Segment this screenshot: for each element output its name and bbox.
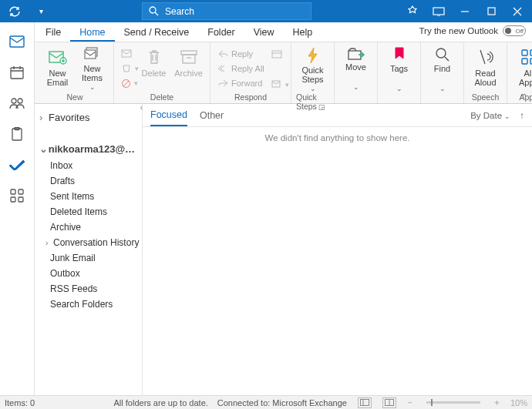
svg-rect-8 — [11, 197, 15, 202]
move-button[interactable]: Move⌄ — [339, 44, 372, 92]
search-input[interactable] — [165, 6, 305, 17]
ribbon-group-tags: Tags⌄ — [378, 42, 421, 103]
ribbon-group-respond: Reply Reply All Forward ▾ Respond — [210, 42, 291, 103]
folder-archive[interactable]: Archive — [35, 220, 142, 235]
folder-deleted-items[interactable]: Deleted Items — [35, 204, 142, 220]
junk-button[interactable]: ▾ — [119, 76, 136, 90]
reply-all-button[interactable]: Reply All — [215, 62, 268, 75]
sync-icon[interactable] — [5, 5, 25, 18]
menu-send-receive[interactable]: Send / Receive — [115, 24, 199, 42]
menu-view[interactable]: View — [244, 24, 284, 42]
status-bar: Items: 0 All folders are up to date. Con… — [0, 395, 532, 409]
svg-rect-20 — [183, 55, 195, 63]
archive-button[interactable]: Archive — [172, 44, 205, 92]
view-normal-icon[interactable] — [358, 397, 372, 408]
ribbon-group-new: New Email New Items⌄ New — [36, 42, 114, 103]
zoom-minus[interactable]: － — [406, 397, 414, 408]
delete-button[interactable]: Delete — [137, 44, 170, 92]
ribbon-collapse-icon[interactable]: ⌃ — [521, 92, 527, 101]
rail-more-apps[interactable] — [0, 183, 34, 209]
view-reading-icon[interactable] — [382, 397, 396, 408]
ribbon-group-delete: ▾ ▾ Delete Archive Delete — [114, 42, 210, 103]
rail-calendar[interactable] — [0, 59, 34, 85]
svg-rect-16 — [85, 50, 96, 59]
ribbon-group-apps: All Apps Apps — [507, 42, 532, 103]
folder-rss-feeds[interactable]: RSS Feeds — [35, 281, 142, 297]
reply-button[interactable]: Reply — [215, 47, 268, 61]
svg-rect-19 — [181, 51, 197, 55]
coming-soon-icon[interactable] — [399, 0, 426, 22]
rail-mail[interactable] — [0, 28, 34, 55]
new-items-button[interactable]: New Items⌄ — [76, 44, 109, 92]
folder-pane: ‹ ›Favorites ⌄nikkoarma123@o... Inbox Dr… — [35, 104, 143, 395]
folder-search-folders[interactable]: Search Folders — [35, 297, 142, 312]
rail-tasks[interactable] — [0, 121, 34, 147]
meeting-button[interactable] — [269, 47, 286, 61]
ribbon-group-new-label: New — [66, 92, 82, 103]
folder-drafts[interactable]: Drafts — [35, 173, 142, 189]
tab-focused[interactable]: Focused — [150, 105, 187, 126]
search-box[interactable] — [142, 2, 311, 20]
svg-rect-7 — [19, 189, 23, 194]
title-bar: ▾ — [0, 0, 532, 22]
folder-outbox[interactable]: Outbox — [35, 266, 142, 281]
ribbon-group-quicksteps-label: Quick Steps — [296, 92, 317, 111]
quick-steps-button[interactable]: Quick Steps⌄ — [296, 44, 329, 92]
menu-folder[interactable]: Folder — [198, 24, 244, 42]
svg-rect-0 — [10, 36, 24, 47]
close-button[interactable] — [504, 0, 530, 22]
svg-rect-1 — [11, 68, 23, 79]
zoom-slider[interactable] — [426, 401, 480, 404]
status-sync: All folders are up to date. — [114, 398, 208, 407]
folder-junk-email[interactable]: Junk Email — [35, 250, 142, 266]
sort-by-date[interactable]: By Date ⌄ — [470, 111, 510, 120]
menu-help[interactable]: Help — [284, 24, 322, 42]
ignore-button[interactable] — [119, 47, 136, 61]
tab-other[interactable]: Other — [200, 106, 224, 126]
zoom-plus[interactable]: ＋ — [493, 397, 501, 408]
svg-rect-4 — [12, 129, 22, 140]
svg-rect-21 — [272, 51, 281, 58]
find-button[interactable]: Find⌄ — [426, 44, 459, 92]
maximize-button[interactable] — [478, 0, 504, 22]
account-header[interactable]: ⌄nikkoarma123@o... — [35, 140, 142, 158]
try-new-outlook-toggle[interactable]: Off — [503, 25, 526, 36]
empty-message: We didn't find anything to show here. — [143, 127, 532, 149]
status-connection: Connected to: Microsoft Exchange — [217, 398, 347, 407]
svg-rect-25 — [522, 50, 527, 55]
ribbon-group-move: Move⌄ — [335, 42, 378, 103]
display-options-icon[interactable] — [426, 0, 452, 22]
folder-inbox[interactable]: Inbox — [35, 158, 142, 173]
menu-home[interactable]: Home — [70, 24, 114, 42]
qat-dropdown-icon[interactable]: ▾ — [31, 7, 51, 15]
new-email-button[interactable]: New Email — [41, 44, 74, 92]
more-respond-button[interactable]: ▾ — [269, 78, 286, 92]
svg-rect-6 — [11, 189, 15, 194]
tags-button[interactable]: Tags⌄ — [382, 44, 416, 92]
menu-bar: File Home Send / Receive Folder View Hel… — [0, 22, 532, 42]
folder-conversation-history[interactable]: ›Conversation History — [35, 235, 142, 250]
read-aloud-button[interactable]: Read Aloud — [469, 44, 502, 92]
cleanup-button[interactable]: ▾ — [119, 62, 136, 75]
message-list-pane: Focused Other By Date ⌄ ↑ We didn't find… — [143, 104, 532, 395]
rail-todo[interactable] — [0, 152, 34, 178]
ribbon-group-speech: Read Aloud Speech — [464, 42, 507, 103]
ribbon-group-quicksteps: Quick Steps⌄ Quick Steps◲ — [291, 42, 335, 103]
all-apps-button[interactable]: All Apps — [512, 44, 532, 92]
svg-rect-29 — [360, 400, 369, 406]
sort-direction-icon[interactable]: ↑ — [520, 111, 524, 120]
minimize-button[interactable] — [452, 0, 478, 22]
folder-pane-collapse-icon[interactable]: ‹ — [140, 103, 143, 112]
zoom-value: 10% — [510, 398, 527, 407]
rail-people[interactable] — [0, 90, 34, 116]
svg-point-2 — [12, 99, 16, 103]
svg-rect-12 — [488, 8, 495, 15]
message-list-header: Focused Other By Date ⌄ ↑ — [143, 104, 532, 127]
quicksteps-launcher-icon[interactable]: ◲ — [318, 103, 325, 111]
forward-button[interactable]: Forward — [215, 76, 268, 90]
try-new-outlook-label: Try the new Outlook — [419, 26, 498, 35]
favorites-header[interactable]: ›Favorites — [35, 109, 142, 126]
folder-sent-items[interactable]: Sent Items — [35, 189, 142, 204]
menu-file[interactable]: File — [36, 24, 70, 42]
ribbon-group-respond-label: Respond — [234, 92, 267, 103]
